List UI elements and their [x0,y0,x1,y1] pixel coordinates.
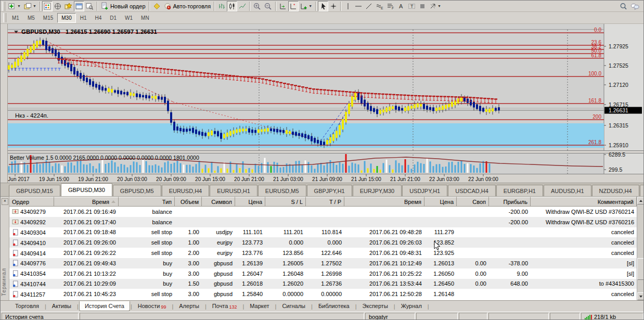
cursor-button[interactable] [318,1,328,11]
chart-tab-nzdusd-h4[interactable]: NZDUSD,H4 [592,185,639,196]
column-header-sl[interactable]: S / L [265,197,306,207]
strategy-tester-button[interactable] [84,1,95,11]
chart-window[interactable]: 0.023.638.250.061.8100.0161.8200261.8Нкз… [1,24,644,183]
history-row-43411257[interactable]: 434112572017.06.21 10:45:23sell stop3.00… [9,289,637,299]
chart-shift-button[interactable]: * [288,1,299,11]
chart-tab-usdcad-h4[interactable]: USDCAD,H4 [448,185,496,196]
chat-button[interactable] [629,1,641,11]
column-header-type[interactable]: Тип [119,197,175,207]
terminal-tab-алерты[interactable]: Алерты [174,302,204,311]
terminal-tab-сигналы[interactable]: Сигналы [277,302,311,311]
line-chart-button[interactable] [237,1,248,11]
chart-tab-eurgbp-h1[interactable]: EURGBP,H1 [496,185,543,196]
terminal-tab-торговля[interactable]: Торговля [10,302,44,311]
table-scrollbar[interactable] [637,197,644,300]
data-window-button[interactable] [53,1,63,11]
timeframe-h1[interactable]: H1 [76,13,91,23]
chart-tab-xauusd-h1[interactable]: XAUUSD,H1 [640,185,644,196]
arrows-button[interactable]: ▼ [428,1,443,11]
scroll-up-button[interactable] [637,197,644,204]
new-order-button[interactable]: Новый ордер [99,1,147,11]
navigator-button[interactable] [63,1,74,11]
column-header-volume[interactable]: Объем [175,197,202,207]
status-connection-cell[interactable]: 218/1 kb [581,313,643,320]
terminal-tab-активы[interactable]: Активы [47,302,76,311]
chart-tab-eurusd-h4[interactable]: EURUSD,H4 [162,185,210,196]
terminal-tab-история-счета[interactable]: История Счета [79,301,130,311]
timeframe-m5[interactable]: M5 [23,13,39,23]
timeframe-m15[interactable]: M15 [39,13,57,23]
chart-tab-gbpjpy-h1[interactable]: GBPJPY,H1 [307,185,352,196]
close-icon[interactable]: × [2,198,8,205]
fibonacci-button[interactable]: F [385,1,396,11]
shapes-button[interactable] [417,1,428,11]
text-button[interactable]: A [396,1,406,11]
column-header-swap[interactable]: Своп [457,197,489,207]
chart-tab-gbpusd-m5[interactable]: GBPUSD,M5 [113,185,161,196]
chart-tab-eurjpy-m30[interactable]: EURJPY,M30 [353,185,402,196]
chart-tab-gbpusd-m15[interactable]: GBPUSD,M15 [9,185,60,196]
auto-scroll-button[interactable] [278,1,288,11]
search-button[interactable] [618,1,629,11]
chart-tab-eurusd-m5[interactable]: EURUSD,M5 [258,185,306,196]
terminal-tab-маркет[interactable]: Маркет [244,302,274,311]
horizontal-line-button[interactable] [353,1,364,11]
scroll-down-button[interactable] [637,292,644,300]
auto-trading-button[interactable]: Авто-торговля [162,1,213,11]
terminal-tab-почта[interactable]: Почта132 [207,302,242,311]
timeframe-w1[interactable]: W1 [121,13,137,23]
chart-tab-gbpusd-m30[interactable]: GBPUSD,M30 [61,183,112,196]
terminal-tab-эксперты[interactable]: Эксперты [357,302,393,311]
bar-chart-button[interactable] [216,1,227,11]
history-row-43410744[interactable]: 434107442017.06.21 10:29:09buy1.50gbpusd… [9,279,637,289]
history-row-43409414[interactable]: 434094142017.06.21 09:26:22sell stop2.00… [9,248,637,258]
market-watch-button[interactable] [42,1,53,11]
scrollbar-thumb[interactable] [637,258,644,280]
price-chart[interactable]: 0.023.638.250.061.8100.0161.8200261.8Нкз… [1,24,644,183]
column-header-profit[interactable]: Прибыль [489,197,531,207]
chart-tab-eurusd-h1[interactable]: EURUSD,H1 [210,185,257,196]
column-header-price[interactable]: Цена [235,197,265,207]
chart-tab-audusd-h1[interactable]: AUDUSD,H1 [544,185,591,196]
timeframe-m1[interactable]: M1 [8,13,23,23]
column-header-time2[interactable]: Время [344,197,424,207]
metaquotes-button[interactable] [151,1,162,11]
trendline-button[interactable] [364,1,374,11]
column-header-price2[interactable]: Цена [424,197,457,207]
text-label-button[interactable]: T [406,1,417,11]
new-chart-button[interactable]: ▼ [7,1,22,11]
chart-tab-usdjpy-h1[interactable]: USDJPY,H1 [402,185,447,196]
timeframe-mn[interactable]: MN [137,13,153,23]
terminal-tab-библиотека[interactable]: Библиотека [313,302,355,311]
timeframe-h4[interactable]: H4 [91,13,106,23]
toolbar-drag-handle[interactable] [3,13,6,22]
terminal-button[interactable] [74,1,84,11]
history-row-43409292[interactable]: 434092922017.06.21 09:17:40balance-200.0… [9,217,637,227]
history-row-43409304[interactable]: 434093042017.06.21 09:18:48sell stop1.00… [9,227,637,238]
timeframe-m30[interactable]: M30 [57,13,75,23]
timeframe-d1[interactable]: D1 [106,13,121,23]
history-row-43409410[interactable]: 434094102017.06.21 09:26:00sell stop1.00… [9,237,637,248]
terminal-tab-журнал[interactable]: Журнал [396,302,427,311]
indicators-button[interactable]: ▼ [299,1,314,11]
zoom-in-button[interactable] [252,1,263,11]
toolbar-drag-handle[interactable] [2,2,5,11]
new-order-label: Новый ордер [110,3,146,9]
profiles-button[interactable]: ▼ [22,1,38,11]
elliott-waves-button[interactable]: E [374,1,385,11]
vertical-line-button[interactable] [343,1,353,11]
history-row-43409776[interactable]: 434097762017.06.21 09:49:43buy3.00gbpusd… [9,258,637,268]
crosshair-button[interactable] [328,1,339,11]
column-header-tp[interactable]: T / P [306,197,344,207]
column-header-order[interactable]: Ордер [9,197,54,207]
terminal-tab-новости[interactable]: Новости99 [133,302,172,311]
column-header-time[interactable]: Время [54,197,119,207]
cell-price: 123.773 [235,239,265,246]
history-row-43409279[interactable]: 434092792017.06.21 09:16:49balance-200.0… [9,207,637,217]
column-header-symbol[interactable]: Символ [202,197,235,207]
history-row-43410354[interactable]: 434103542017.06.21 10:13:22buy3.00gbpusd… [9,268,637,279]
volume-axis-label: 6289.5 [609,151,625,158]
zoom-out-button[interactable] [263,1,274,11]
candlestick-chart-button[interactable] [227,1,237,11]
column-header-comment[interactable]: Комментарий [531,197,637,207]
